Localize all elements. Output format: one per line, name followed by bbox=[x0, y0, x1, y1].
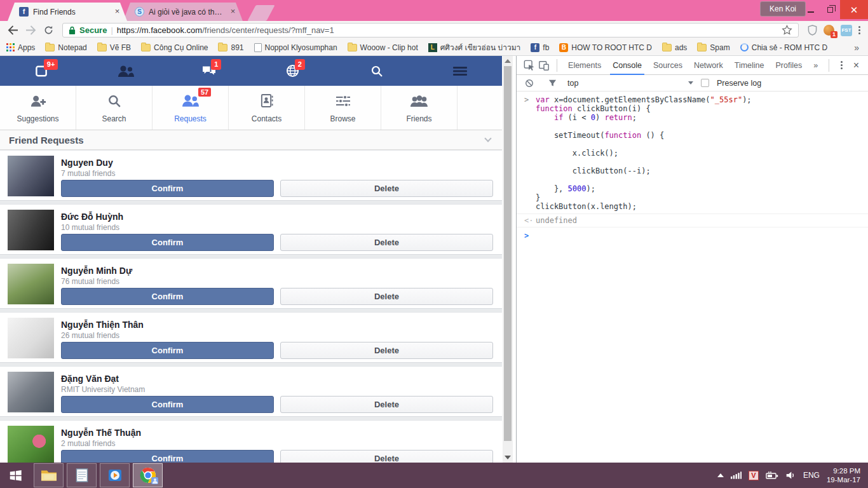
devtools-menu-icon[interactable] bbox=[834, 58, 850, 73]
delete-button[interactable]: Delete bbox=[280, 288, 493, 305]
new-tab-button[interactable] bbox=[247, 5, 275, 21]
delete-button[interactable]: Delete bbox=[280, 342, 493, 359]
bookmark-891[interactable]: 891 bbox=[218, 43, 243, 52]
friend-name[interactable]: Nguyễn Minh Dự bbox=[61, 266, 132, 276]
bookmark-thai-site[interactable]: Lศศิวงศ์ เขียวอ่อน บ่าวมา bbox=[428, 41, 521, 53]
tab-contacts[interactable]: Contacts bbox=[229, 86, 305, 130]
tab-browse[interactable]: Browse bbox=[305, 86, 381, 130]
bookmark-fb[interactable]: ffb bbox=[531, 43, 549, 52]
bookmark-ve-fb[interactable]: Vẽ FB bbox=[97, 43, 131, 52]
messages-button[interactable]: 1 bbox=[167, 56, 251, 86]
execution-context-selector[interactable]: top bbox=[567, 79, 693, 88]
devtools-tab-sources[interactable]: Sources bbox=[648, 56, 688, 75]
friend-name[interactable]: Nguyen Duy bbox=[61, 158, 113, 168]
bookmark-noppol[interactable]: Noppol Klyosumphan bbox=[254, 43, 337, 52]
avatar[interactable] bbox=[8, 426, 54, 463]
confirm-button[interactable]: Confirm bbox=[61, 234, 274, 251]
tab-java-question[interactable]: S Ai giỏi về java có thể giú × bbox=[123, 3, 243, 21]
avatar[interactable] bbox=[8, 372, 54, 412]
fst-extension-icon[interactable]: FST bbox=[841, 25, 852, 36]
shield-extension-icon[interactable] bbox=[808, 25, 817, 36]
media-player-button[interactable] bbox=[100, 463, 130, 487]
notifications-button[interactable]: 2 bbox=[251, 56, 335, 86]
file-explorer-button[interactable] bbox=[34, 463, 64, 487]
friend-name[interactable]: Nguyễn Thế Thuận bbox=[61, 428, 141, 438]
delete-button[interactable]: Delete bbox=[280, 450, 493, 463]
tray-expand-icon[interactable] bbox=[717, 473, 724, 477]
language-indicator[interactable]: ENG bbox=[803, 471, 820, 480]
friend-name[interactable]: Đặng Văn Đạt bbox=[61, 374, 119, 384]
notepad-button[interactable] bbox=[67, 463, 97, 487]
bookmark-ads[interactable]: ads bbox=[662, 43, 687, 52]
confirm-button[interactable]: Confirm bbox=[61, 342, 274, 359]
bookmark-spam[interactable]: Spam bbox=[697, 43, 729, 52]
search-button[interactable] bbox=[335, 56, 419, 86]
confirm-button[interactable]: Confirm bbox=[61, 180, 274, 197]
tab-close-icon[interactable]: × bbox=[228, 7, 238, 17]
tab-friends[interactable]: Friends bbox=[381, 86, 458, 130]
antivirus-tray-icon[interactable]: V bbox=[749, 471, 759, 480]
page-scrollbar[interactable] bbox=[503, 56, 513, 463]
confirm-button[interactable]: Confirm bbox=[61, 396, 274, 413]
extension-icon[interactable]: 1 bbox=[824, 25, 834, 36]
collapse-chevron-icon[interactable] bbox=[484, 135, 491, 142]
inspect-element-button[interactable] bbox=[522, 58, 537, 73]
devtools-tab-network[interactable]: Network bbox=[688, 56, 729, 75]
start-button[interactable] bbox=[0, 463, 31, 488]
scrollbar-thumb[interactable] bbox=[504, 66, 512, 441]
friend-requests-button[interactable] bbox=[84, 56, 168, 86]
bookmark-how-to-root[interactable]: BHOW TO ROOT HTC D bbox=[559, 43, 652, 52]
console-prompt[interactable]: > bbox=[517, 227, 868, 240]
clock[interactable]: 9:28 PM 19-Mar-17 bbox=[827, 466, 860, 484]
avatar[interactable] bbox=[8, 318, 54, 358]
devtools-tab-profiles[interactable]: Profiles bbox=[770, 56, 808, 75]
delete-button[interactable]: Delete bbox=[280, 234, 493, 251]
bookmark-chia-se[interactable]: Chia sẻ - ROM HTC D bbox=[740, 43, 827, 52]
minimize-button[interactable] bbox=[801, 0, 820, 19]
battery-icon[interactable] bbox=[766, 471, 778, 480]
avatar[interactable] bbox=[8, 264, 54, 304]
chrome-button[interactable] bbox=[133, 463, 163, 487]
devtools-tab-elements[interactable]: Elements bbox=[562, 56, 607, 75]
delete-button[interactable]: Delete bbox=[280, 180, 493, 197]
tab-find-friends[interactable]: f Find Friends × bbox=[8, 3, 127, 21]
bookmark-notepad[interactable]: Notepad bbox=[45, 43, 86, 52]
delete-button[interactable]: Delete bbox=[280, 396, 493, 413]
tab-search[interactable]: Search bbox=[76, 86, 153, 130]
reload-button[interactable] bbox=[41, 23, 56, 38]
devtools-close-icon[interactable]: × bbox=[850, 60, 863, 71]
browser-profile-button[interactable]: Ken Koi bbox=[760, 1, 806, 17]
bookmark-apps[interactable]: Apps bbox=[6, 43, 35, 52]
confirm-button[interactable]: Confirm bbox=[61, 288, 274, 305]
filter-button[interactable] bbox=[545, 76, 560, 91]
menu-button[interactable] bbox=[418, 56, 502, 86]
devtools-tab-console[interactable]: Console bbox=[607, 56, 648, 75]
avatar[interactable] bbox=[8, 156, 54, 196]
devtools-tab-timeline[interactable]: Timeline bbox=[729, 56, 770, 75]
devtools-tabs-overflow[interactable]: » bbox=[808, 56, 824, 75]
preserve-log-checkbox[interactable] bbox=[701, 79, 709, 87]
tab-close-icon[interactable]: × bbox=[112, 7, 122, 17]
volume-icon[interactable] bbox=[785, 471, 796, 480]
address-bar[interactable]: Secure | https://m.facebook.com/friends/… bbox=[62, 23, 799, 37]
tab-requests[interactable]: 57 Requests bbox=[153, 86, 229, 130]
scroll-up-arrow-icon[interactable] bbox=[505, 59, 511, 63]
feed-button[interactable]: 9+ bbox=[0, 56, 84, 86]
bookmark-wooow[interactable]: Wooow - Clip hot bbox=[348, 43, 418, 52]
bookmark-cong-cu-online[interactable]: Công Cụ Online bbox=[141, 43, 208, 52]
avatar[interactable] bbox=[8, 210, 54, 250]
close-button[interactable]: ✕ bbox=[840, 0, 868, 19]
confirm-button[interactable]: Confirm bbox=[61, 450, 274, 463]
friend-name[interactable]: Đức Đỗ Huỳnh bbox=[61, 212, 123, 222]
tab-suggestions[interactable]: Suggestions bbox=[0, 86, 76, 130]
scroll-down-arrow-icon[interactable] bbox=[505, 456, 511, 459]
device-toolbar-button[interactable] bbox=[537, 58, 552, 73]
network-signal-icon[interactable] bbox=[731, 471, 742, 479]
bookmark-star-icon[interactable] bbox=[782, 25, 792, 36]
back-button[interactable] bbox=[5, 23, 20, 38]
restore-button[interactable] bbox=[820, 0, 840, 19]
browser-menu-icon[interactable] bbox=[858, 26, 860, 34]
friend-name[interactable]: Nguyễn Thiện Thân bbox=[61, 320, 144, 330]
clear-console-button[interactable] bbox=[522, 76, 537, 91]
bookmarks-overflow-icon[interactable]: » bbox=[854, 43, 862, 53]
